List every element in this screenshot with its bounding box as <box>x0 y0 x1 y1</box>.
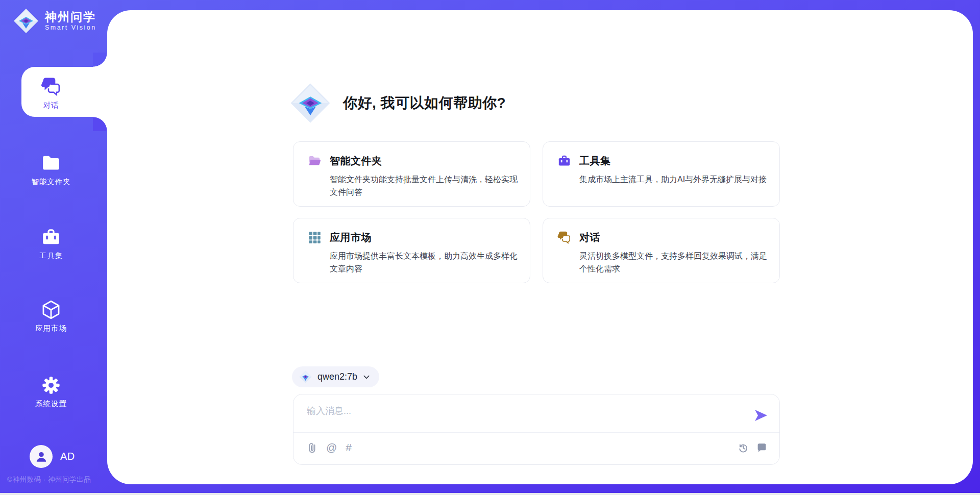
card-title: 应用市场 <box>330 231 372 244</box>
comment-icon <box>756 441 767 454</box>
brand-subtitle: Smart Vision <box>45 24 96 31</box>
cube-icon <box>41 300 61 320</box>
attach-file-button[interactable] <box>307 441 317 454</box>
apps-grid-icon <box>308 231 322 244</box>
toolbox-icon <box>557 154 571 168</box>
greeting-title: 你好, 我可以如何帮助你? <box>343 93 506 113</box>
history-button[interactable] <box>738 441 748 454</box>
bottom-edge-strip <box>0 493 980 495</box>
card-description: 应用市场提供丰富长文本模板，助力高效生成多样化文章内容 <box>330 250 522 275</box>
user-initials: AD <box>60 451 75 462</box>
folder-icon <box>41 153 61 174</box>
model-gem-icon <box>299 370 312 383</box>
topic-button[interactable]: # <box>346 441 352 454</box>
sidebar-item-label: 智能文件夹 <box>31 177 71 187</box>
model-name: qwen2:7b <box>317 372 357 382</box>
brand-name: 神州问学 <box>45 11 96 23</box>
feature-card-chat[interactable]: 对话 灵活切换多模型文件，支持多样回复效果调试，满足个性化需求 <box>543 218 780 283</box>
sidebar-item-settings[interactable]: 系统设置 <box>0 375 102 409</box>
feature-card-smart-folder[interactable]: 智能文件夹 智能文件夹功能支持批量文件上传与清洗，轻松实现文件问答 <box>293 141 530 207</box>
card-description: 灵活切换多模型文件，支持多样回复效果调试，满足个性化需求 <box>579 250 771 275</box>
sidebar-item-toolset[interactable]: 工具集 <box>0 227 102 261</box>
chat-icon <box>41 77 61 97</box>
card-title: 智能文件夹 <box>330 154 382 168</box>
card-description: 智能文件夹功能支持批量文件上传与清洗，轻松实现文件问答 <box>330 173 522 199</box>
history-icon <box>738 441 748 454</box>
gear-icon <box>41 375 61 395</box>
folder-open-icon <box>308 154 322 168</box>
card-title: 工具集 <box>579 154 611 168</box>
composer-divider <box>293 432 779 433</box>
sidebar-item-label: 应用市场 <box>35 324 67 333</box>
send-icon[interactable] <box>754 409 768 422</box>
sidebar: 神州问学 Smart Vision 对话 智能文件夹 工具集 应用市场 系统设置… <box>0 0 107 495</box>
sidebar-item-app-market[interactable]: 应用市场 <box>0 300 102 333</box>
sidebar-item-label: 系统设置 <box>35 399 67 409</box>
chevron-down-icon <box>363 374 370 381</box>
brand-logo: 神州问学 Smart Vision <box>13 8 96 34</box>
brand-gem-icon <box>13 8 39 34</box>
card-description: 集成市场上主流工具，助力AI与外界无缝扩展与对接 <box>579 173 771 186</box>
user-profile[interactable]: AD <box>30 445 75 468</box>
message-composer: @ # <box>293 394 780 465</box>
sidebar-item-chat[interactable]: 对话 <box>0 77 102 110</box>
model-selector[interactable]: qwen2:7b <box>292 366 379 387</box>
avatar <box>30 445 53 468</box>
main-content: 你好, 我可以如何帮助你? 智能文件夹 智能文件夹功能支持批量文件上传与清洗，轻… <box>293 10 780 484</box>
copyright-footer: ©神州数码 · 神州问学出品 <box>7 475 91 484</box>
mention-button[interactable]: @ <box>326 441 337 454</box>
sidebar-item-smart-folder[interactable]: 智能文件夹 <box>0 153 102 187</box>
new-chat-button[interactable] <box>756 441 767 454</box>
feature-card-app-market[interactable]: 应用市场 应用市场提供丰富长文本模板，助力高效生成多样化文章内容 <box>293 218 530 283</box>
sidebar-item-label: 工具集 <box>39 251 63 261</box>
toolbox-icon <box>41 227 61 247</box>
paperclip-icon <box>307 441 317 454</box>
message-input[interactable] <box>307 405 736 428</box>
sidebar-item-label: 对话 <box>43 101 59 110</box>
person-icon <box>35 450 48 463</box>
greeting-block: 你好, 我可以如何帮助你? <box>290 83 506 123</box>
chat-icon <box>557 231 571 244</box>
card-title: 对话 <box>579 231 600 244</box>
feature-card-toolset[interactable]: 工具集 集成市场上主流工具，助力AI与外界无缝扩展与对接 <box>543 141 780 207</box>
greeting-gem-icon <box>290 83 331 123</box>
active-nav-fillet-top <box>93 53 107 67</box>
active-nav-fillet-bottom <box>93 117 107 131</box>
main-panel: 你好, 我可以如何帮助你? 智能文件夹 智能文件夹功能支持批量文件上传与清洗，轻… <box>107 10 973 484</box>
